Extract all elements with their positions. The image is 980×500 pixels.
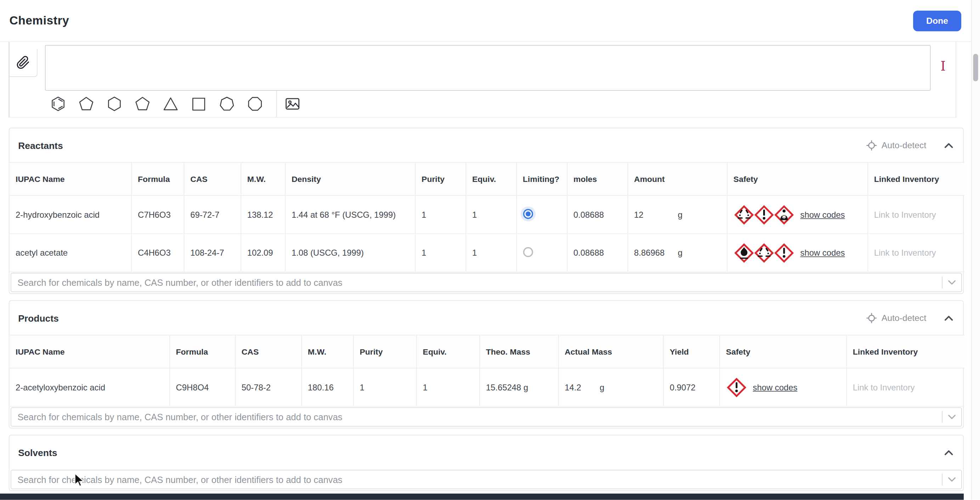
cell-linked-inventory: Link to Inventory	[867, 195, 964, 234]
cyclopropane-ring-tool[interactable]	[162, 95, 179, 112]
cycloheptane-icon	[218, 95, 235, 112]
cycloheptane-ring-tool[interactable]	[218, 95, 235, 112]
cyclopentadiene-icon	[78, 95, 95, 112]
col-linked-inventory: Linked Inventory	[846, 335, 964, 368]
products-header-row: IUPAC Name Formula CAS M.W. Purity Equiv…	[9, 335, 964, 368]
limiting-radio[interactable]	[523, 209, 533, 219]
cell-yield: 0.9072	[663, 368, 719, 406]
reactants-search-placeholder: Search for chemicals by name, CAS number…	[18, 277, 942, 287]
reactant-row: acetyl acetate C4H6O3 108-24-7 102.09 1.…	[9, 234, 964, 272]
benzene-ring-tool[interactable]	[49, 95, 67, 112]
cell-moles[interactable]: 0.08688	[567, 234, 627, 272]
solvents-collapse-button[interactable]	[943, 448, 955, 456]
products-collapse-button[interactable]	[943, 314, 955, 322]
cell-safety: show codes	[727, 195, 868, 234]
col-purity: Purity	[353, 335, 416, 368]
cell-mw: 138.12	[240, 195, 285, 234]
cell-mw: 180.16	[301, 368, 353, 406]
cyclobutane-ring-tool[interactable]	[190, 95, 207, 112]
col-mw: M.W.	[301, 335, 353, 368]
page-title: Chemistry	[9, 14, 69, 28]
products-title: Products	[18, 312, 59, 323]
cell-mw: 102.09	[240, 234, 285, 272]
done-button[interactable]: Done	[913, 10, 961, 31]
reactants-autodetect-button[interactable]: Auto-detect	[867, 140, 926, 150]
combobox-caret[interactable]	[942, 477, 961, 482]
ghs-flame-icon	[733, 243, 754, 263]
cyclooctane-ring-tool[interactable]	[246, 95, 264, 112]
cell-actual-mass: 14.2g	[558, 368, 663, 406]
structure-canvas[interactable]	[45, 45, 931, 91]
cyclooctane-icon	[246, 95, 264, 112]
cyclopentane-icon	[134, 95, 151, 112]
amount-value[interactable]: 8.86968	[634, 248, 670, 257]
solvents-title: Solvents	[18, 447, 57, 457]
products-header: Products Auto-detect	[9, 301, 963, 334]
cell-equiv[interactable]: 1	[466, 195, 516, 234]
cell-linked-inventory: Link to Inventory	[867, 234, 964, 272]
link-to-inventory[interactable]: Link to Inventory	[874, 210, 936, 219]
reactants-title: Reactants	[18, 140, 63, 150]
products-autodetect-label: Auto-detect	[881, 313, 926, 323]
combobox-caret[interactable]	[942, 415, 961, 419]
scrollbar-thumb[interactable]	[973, 54, 978, 81]
cell-cas: 50-78-2	[235, 368, 301, 406]
col-mw: M.W.	[240, 162, 285, 195]
cell-purity[interactable]: 1	[415, 195, 466, 234]
cell-equiv[interactable]: 1	[416, 368, 479, 406]
chevron-down-icon	[948, 280, 956, 284]
col-safety: Safety	[719, 335, 846, 368]
reactants-table: IUPAC Name Formula CAS M.W. Density Puri…	[9, 162, 964, 272]
col-actual-mass: Actual Mass	[558, 335, 663, 368]
col-iupac-name: IUPAC Name	[9, 162, 131, 195]
attach-structure-button[interactable]	[9, 49, 37, 77]
image-icon	[285, 96, 301, 112]
products-search-combobox[interactable]: Search for chemicals by name, CAS number…	[11, 407, 962, 427]
cell-formula: C9H8O4	[169, 368, 235, 406]
cell-equiv[interactable]: 1	[466, 234, 516, 272]
cell-purity[interactable]: 1	[415, 234, 466, 272]
reactant-row: 2-hydroxybenzoic acid C7H6O3 69-72-7 138…	[9, 195, 964, 234]
cell-limiting	[516, 195, 567, 234]
ghs-exclamation-icon	[726, 377, 746, 398]
link-to-inventory[interactable]: Link to Inventory	[853, 383, 915, 392]
cyclopentadiene-ring-tool[interactable]	[78, 95, 95, 112]
insert-image-button[interactable]	[285, 96, 301, 112]
cell-iupac: acetyl acetate	[9, 234, 131, 272]
text-tool-marker: I	[941, 59, 946, 74]
ring-tools-group	[9, 91, 277, 117]
cell-linked-inventory: Link to Inventory	[846, 368, 964, 406]
link-to-inventory[interactable]: Link to Inventory	[874, 248, 936, 257]
chevron-up-icon	[944, 449, 953, 455]
reactants-header: Reactants Auto-detect	[9, 128, 963, 162]
show-codes-link[interactable]: show codes	[800, 248, 845, 257]
col-density: Density	[285, 162, 415, 195]
cell-moles[interactable]: 0.08688	[567, 195, 627, 234]
cyclopentane-ring-tool[interactable]	[134, 95, 151, 112]
products-autodetect-button[interactable]: Auto-detect	[867, 312, 926, 323]
combobox-caret[interactable]	[942, 280, 961, 284]
show-codes-link[interactable]: show codes	[800, 210, 845, 219]
actual-mass-value[interactable]: 14.2	[565, 383, 592, 392]
target-icon	[867, 312, 877, 323]
amount-value[interactable]: 12	[634, 210, 670, 219]
ghs-exclamation-icon	[754, 204, 774, 225]
products-search-placeholder: Search for chemicals by name, CAS number…	[18, 412, 942, 422]
amount-unit[interactable]: g	[678, 210, 682, 219]
solvents-search-combobox[interactable]: Search for chemicals by name, CAS number…	[11, 470, 962, 489]
cell-purity[interactable]: 1	[353, 368, 416, 406]
canvas-right-rail: I	[931, 42, 956, 91]
scrollbar-track[interactable]	[971, 0, 980, 500]
cell-formula: C7H6O3	[131, 195, 183, 234]
actual-mass-unit[interactable]: g	[600, 383, 605, 392]
col-formula: Formula	[131, 162, 183, 195]
reactants-search-combobox[interactable]: Search for chemicals by name, CAS number…	[11, 273, 962, 292]
show-codes-link[interactable]: show codes	[753, 383, 797, 392]
cell-cas: 108-24-7	[184, 234, 241, 272]
col-equiv: Equiv.	[466, 162, 516, 195]
col-cas: CAS	[184, 162, 241, 195]
cyclohexane-ring-tool[interactable]	[106, 95, 123, 112]
reactants-collapse-button[interactable]	[943, 141, 955, 149]
limiting-radio[interactable]	[523, 247, 533, 257]
amount-unit[interactable]: g	[678, 248, 682, 257]
